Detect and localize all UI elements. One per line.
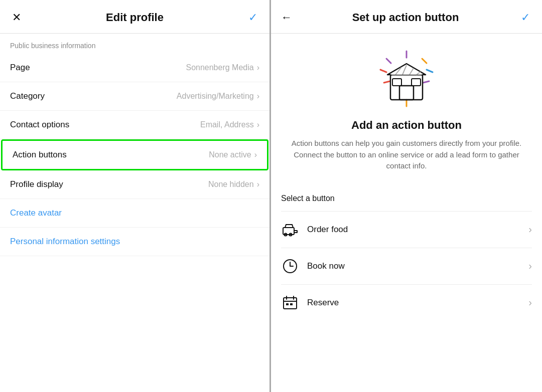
menu-item-profile-value: None hidden [208, 180, 254, 189]
svg-line-5 [422, 59, 427, 63]
menu-item-contact-value: Email, Address [200, 120, 254, 129]
chevron-icon: › [528, 297, 532, 308]
reserve-icon [281, 294, 299, 312]
menu-item-action-buttons[interactable]: Action buttons None active › [1, 139, 268, 170]
svg-line-2 [380, 70, 386, 72]
select-label: Select a button [281, 194, 532, 207]
menu-item-page-value: Sonnenberg Media [186, 63, 253, 72]
menu-item-action-value: None active [209, 150, 251, 159]
chevron-icon: › [528, 260, 532, 272]
action-item-book-now[interactable]: Book now › [281, 248, 532, 284]
menu-item-contact[interactable]: Contact options Email, Address › [0, 111, 269, 139]
close-button[interactable]: ✕ [10, 9, 23, 26]
left-header: ✕ Edit profile ✓ [0, 0, 269, 34]
create-avatar-link[interactable]: Create avatar [0, 199, 269, 228]
svg-rect-25 [290, 303, 293, 305]
svg-line-6 [384, 81, 390, 83]
svg-rect-14 [392, 79, 401, 86]
chevron-icon: › [257, 120, 259, 129]
action-item-book-now-label: Book now [307, 261, 345, 271]
menu-item-category[interactable]: Category Advertising/Marketing › [0, 82, 269, 111]
personal-info-link[interactable]: Personal information settings [0, 228, 269, 256]
svg-rect-13 [399, 86, 414, 100]
action-item-reserve[interactable]: Reserve › [281, 284, 532, 321]
action-item-book-now-left: Book now [281, 257, 345, 275]
menu-item-contact-right: Email, Address › [200, 120, 259, 129]
menu-item-contact-label: Contact options [10, 120, 69, 130]
action-item-order-food-left: Order food [281, 221, 348, 239]
left-panel: ✕ Edit profile ✓ Public business informa… [0, 0, 271, 392]
chevron-icon: › [257, 180, 259, 189]
svg-rect-20 [284, 298, 297, 309]
left-title: Edit profile [106, 11, 164, 24]
chevron-icon: › [257, 63, 259, 72]
menu-item-category-value: Advertising/Marketing [177, 92, 254, 101]
chevron-icon: › [257, 92, 259, 101]
action-item-reserve-label: Reserve [307, 298, 339, 308]
menu-item-page[interactable]: Page Sonnenberg Media › [0, 54, 269, 82]
menu-item-action-right: None active › [209, 150, 257, 159]
section-label: Public business information [0, 34, 269, 54]
right-panel: ← Set up action button ✓ [271, 0, 542, 392]
svg-rect-15 [412, 79, 421, 86]
book-now-icon [281, 257, 299, 275]
right-header: ← Set up action button ✓ [271, 0, 542, 34]
svg-line-3 [427, 70, 433, 72]
action-item-order-food[interactable]: Order food › [281, 211, 532, 248]
action-item-order-food-label: Order food [307, 225, 348, 235]
menu-item-action-label: Action buttons [13, 150, 67, 160]
order-food-icon [281, 221, 299, 239]
chevron-icon: › [254, 150, 257, 159]
store-illustration [376, 49, 437, 109]
back-button[interactable]: ← [281, 11, 292, 24]
action-title: Add an action button [351, 119, 462, 132]
menu-item-page-right: Sonnenberg Media › [186, 63, 259, 72]
svg-line-4 [386, 59, 391, 63]
action-desc: Action buttons can help you gain custome… [291, 138, 522, 172]
menu-item-profile-right: None hidden › [208, 180, 259, 189]
right-check-button[interactable]: ✓ [519, 9, 532, 26]
chevron-icon: › [528, 224, 532, 235]
svg-line-7 [423, 81, 429, 83]
menu-item-category-label: Category [10, 91, 45, 101]
menu-item-profile-label: Profile display [10, 179, 63, 189]
illustration-area: Add an action button Action buttons can … [281, 34, 532, 194]
action-item-reserve-left: Reserve [281, 294, 339, 312]
menu-item-category-right: Advertising/Marketing › [177, 92, 259, 101]
svg-rect-24 [286, 303, 289, 305]
menu-item-profile-display[interactable]: Profile display None hidden › [0, 170, 269, 199]
menu-item-page-label: Page [10, 63, 30, 73]
right-content: Add an action button Action buttons can … [271, 34, 542, 392]
left-check-button[interactable]: ✓ [246, 9, 259, 26]
right-title: Set up action button [352, 11, 459, 24]
